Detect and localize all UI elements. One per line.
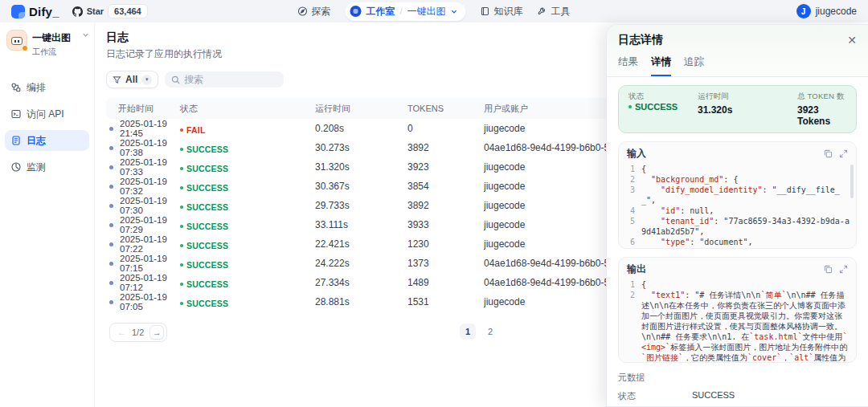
code-line: 5 "tenant_id": "77ac8659-34a3-4392-b9da-…	[624, 216, 850, 237]
page-number-button[interactable]: 2	[482, 324, 498, 340]
status-badge: SUCCESS	[180, 241, 228, 250]
compass-icon	[297, 6, 307, 16]
robot-icon	[11, 37, 23, 45]
nav-explore[interactable]: 探索	[297, 5, 330, 18]
tab-result[interactable]: 结果	[618, 55, 638, 76]
dify-logo[interactable]: Dify_	[11, 5, 59, 18]
cell-tokens: 3923	[407, 161, 484, 173]
tools-icon	[538, 6, 547, 16]
sidebar-item-monitoring[interactable]: 监测	[5, 157, 89, 177]
studio-icon	[350, 6, 361, 17]
cell-start-time: 2025-01-19 21:45	[120, 119, 180, 138]
nav-studio-pill[interactable]: 工作室 / 一键出图	[345, 2, 465, 21]
cell-tokens: 1373	[407, 258, 484, 269]
expand-icon[interactable]	[839, 265, 848, 274]
col-status: 状态	[180, 103, 315, 115]
github-star-button[interactable]: Star 63,464	[72, 4, 148, 18]
output-block: 输出 1 { 2 "text1": "# 任务详情\n\n`简单`\n\n#	[618, 257, 857, 363]
run-dot-icon	[109, 204, 113, 208]
app-screen: Dify_ Star 63,464 探索 工作室 / 一键出图	[0, 0, 868, 407]
cell-duration: 22.421s	[315, 238, 407, 250]
col-tokens: TOKENS	[407, 104, 484, 113]
cell-tokens: 3892	[407, 142, 484, 153]
cell-tokens: 0	[407, 123, 484, 134]
status-dot-icon	[180, 148, 183, 151]
app-name: 一键出图	[32, 32, 71, 43]
cell-duration: 29.733s	[315, 200, 407, 211]
nav-knowledge[interactable]: 知识库	[481, 5, 523, 18]
page-number-list: 1 2	[460, 324, 498, 340]
output-title: 输出	[627, 263, 646, 276]
status-label: 状态	[628, 92, 698, 102]
status-badge: SUCCESS	[180, 299, 228, 308]
nav-studio-label: 工作室	[366, 5, 395, 18]
code-line: 6 "type": "document",	[624, 237, 850, 247]
status-dot-icon	[628, 105, 632, 108]
code-line: 1 {	[624, 164, 850, 174]
tab-trace[interactable]: 追踪	[684, 55, 704, 76]
pagination: ← 1/2 → 1 2	[106, 323, 669, 342]
code-line: 2 "background_md": {	[624, 174, 850, 185]
run-dot-icon	[109, 127, 113, 131]
expand-icon[interactable]	[839, 149, 848, 158]
run-status-card: 状态 SUCCESS 运行时间 31.320s 总 TOKEN 数 3923 T…	[618, 85, 857, 133]
book-icon	[481, 6, 490, 16]
nav-knowledge-label: 知识库	[494, 5, 523, 18]
cell-tokens: 1531	[407, 296, 484, 307]
status-badge: FAIL	[180, 125, 206, 135]
chevron-down-icon	[82, 31, 89, 39]
cell-start-time: 2025-01-19 07:32	[120, 177, 180, 196]
nav-tools[interactable]: 工具	[538, 5, 571, 18]
output-code[interactable]: 1 { 2 "text1": "# 任务详情\n\n`简单`\n\n## 任务描…	[619, 279, 856, 362]
input-code[interactable]: 1 { 2 "background_md": { 3 "dify_model_i…	[619, 163, 856, 248]
cell-start-time: 2025-01-19 07:05	[120, 292, 180, 311]
api-terminal-icon	[11, 109, 21, 119]
cell-tokens: 3892	[407, 200, 484, 211]
search-icon	[171, 75, 180, 84]
funnel-icon	[113, 75, 121, 84]
sidebar-item-logs[interactable]: 日志	[5, 130, 89, 151]
run-dot-icon	[109, 165, 113, 169]
status-badge: SUCCESS	[180, 202, 228, 212]
prev-page-button[interactable]: ←	[117, 328, 126, 337]
star-count-badge: 63,464	[108, 4, 148, 18]
filter-all-button[interactable]: All ▾	[106, 71, 158, 88]
status-dot-icon	[180, 167, 183, 170]
pager-control: ← 1/2 →	[109, 323, 167, 342]
chevron-down-icon	[451, 8, 458, 15]
next-page-button[interactable]: →	[149, 325, 164, 340]
page-number-button[interactable]: 1	[460, 324, 476, 340]
sidebar-item-orchestrate[interactable]: 编排	[5, 77, 89, 98]
input-block: 输入 1 { 2 "background_md": {	[618, 141, 857, 249]
status-dot-icon	[180, 302, 183, 305]
status-dot-icon	[180, 128, 183, 132]
copy-icon[interactable]	[824, 149, 833, 158]
logs-icon	[11, 136, 21, 145]
status-dot-icon	[180, 244, 183, 247]
nav-current-app[interactable]: 一键出图	[407, 5, 446, 18]
code-line: 4 "id": null,	[624, 206, 850, 216]
app-selector[interactable]: 一键出图 工作流	[5, 30, 89, 58]
sidebar-item-api[interactable]: 访问 API	[5, 104, 89, 124]
sidebar-item-label: 访问 API	[27, 108, 64, 121]
cell-duration: 0.208s	[315, 123, 407, 134]
scrollbar[interactable]	[850, 165, 854, 198]
panel-title: 日志详情	[618, 33, 663, 47]
status-dot-icon	[180, 283, 183, 286]
workflow-badge-icon	[22, 45, 28, 51]
copy-icon[interactable]	[824, 265, 833, 274]
status-dot-icon	[180, 206, 183, 209]
tab-detail[interactable]: 详情	[651, 55, 671, 76]
nav-explore-label: 探索	[311, 5, 330, 18]
col-duration: 运行时间	[315, 103, 407, 115]
cell-duration: 30.367s	[315, 181, 407, 192]
search-box[interactable]	[165, 71, 284, 88]
search-input[interactable]	[184, 74, 272, 85]
sidebar-menu: 编排 访问 API 日志 监测	[5, 77, 89, 177]
top-navbar: Dify_ Star 63,464 探索 工作室 / 一键出图	[0, 0, 868, 22]
sidebar-item-label: 编排	[27, 81, 46, 95]
code-line: 1 {	[624, 279, 850, 290]
run-dot-icon	[109, 146, 113, 150]
close-icon[interactable]: ✕	[847, 35, 857, 46]
account-menu[interactable]: J jiugecode	[796, 4, 857, 18]
